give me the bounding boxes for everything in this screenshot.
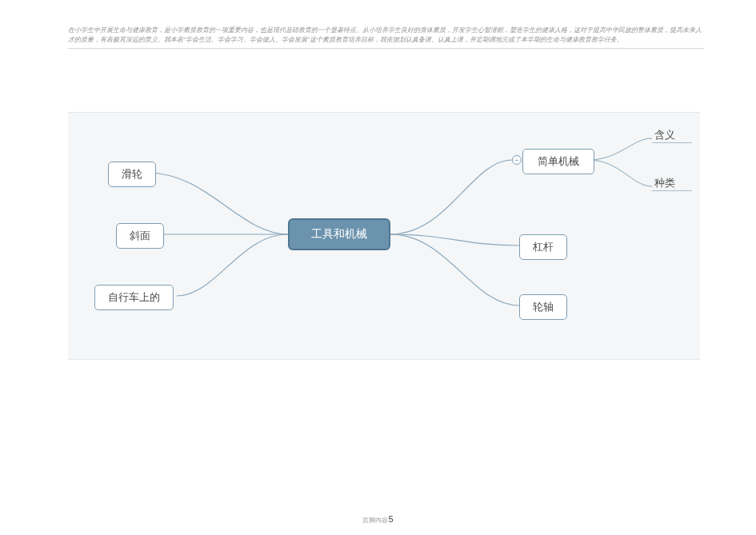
page-footer: 页脚内容5 <box>0 511 756 525</box>
footer-label: 页脚内容 <box>362 517 388 524</box>
leaf-label: 种类 <box>654 177 675 189</box>
node-pulley[interactable]: 滑轮 <box>108 162 156 187</box>
node-wheel-axle[interactable]: 轮轴 <box>519 294 567 320</box>
node-label: 简单机械 <box>538 154 579 169</box>
collapse-toggle[interactable]: − <box>512 155 522 165</box>
leaf-underline <box>652 190 692 191</box>
node-label: 斜面 <box>130 229 150 243</box>
node-bicycle[interactable]: 自行车上的 <box>94 285 174 310</box>
node-label: 自行车上的 <box>108 290 160 305</box>
footer-page-number: 5 <box>388 514 393 524</box>
header-paragraph: 在小学生中开展生命与健康教育，是小学素质教育的一项重要内容，也是现代基础教育的一… <box>68 26 704 49</box>
central-node[interactable]: 工具和机械 <box>288 218 390 250</box>
central-node-label: 工具和机械 <box>311 227 367 242</box>
node-lever[interactable]: 杠杆 <box>519 234 567 260</box>
node-incline[interactable]: 斜面 <box>116 223 164 249</box>
leaf-underline <box>652 142 692 143</box>
node-label: 轮轴 <box>533 300 554 314</box>
minus-icon: − <box>514 157 518 164</box>
leaf-type[interactable]: 种类 <box>654 176 675 190</box>
node-label: 杠杆 <box>533 240 554 254</box>
node-simple-machine[interactable]: 简单机械 <box>522 149 594 174</box>
leaf-meaning[interactable]: 含义 <box>654 128 675 142</box>
leaf-label: 含义 <box>654 129 675 141</box>
node-label: 滑轮 <box>122 167 142 182</box>
